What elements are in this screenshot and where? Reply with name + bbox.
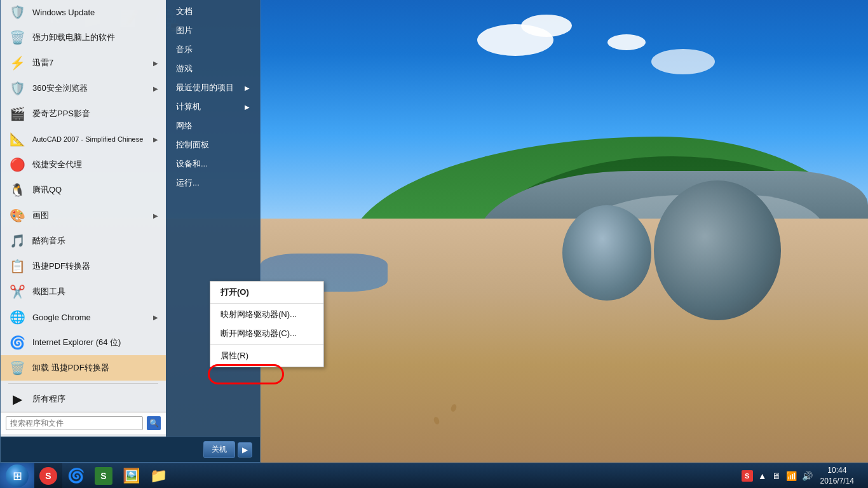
right-menu-item-network[interactable]: 网络 [166, 116, 260, 135]
menu-item-screenshot[interactable]: ✂️截图工具 [1, 279, 166, 304]
menu-label-qq: 腾讯QQ [32, 184, 62, 196]
menu-item-windows-update[interactable]: 🛡️Windows Update [1, 0, 166, 25]
menu-arrow-autocad: ▶ [153, 136, 158, 143]
taskbar-item-wps[interactable]: S [90, 463, 118, 489]
start-button[interactable]: ⊞ [0, 463, 34, 489]
cloud-3 [607, 34, 646, 50]
menu-item-pdfconvert[interactable]: 📋迅捷PDF转换器 [1, 254, 166, 279]
tray-network-icon[interactable]: 📶 [783, 471, 799, 481]
menu-item-360browser[interactable]: 🛡️360安全浏览器▶ [1, 76, 166, 101]
menu-divider [8, 383, 158, 384]
menu-item-chrome[interactable]: 🌐Google Chrome▶ [1, 304, 166, 330]
menu-item-ie[interactable]: 🌀Internet Explorer (64 位) [1, 330, 166, 355]
menu-icon-aiqiyi: 🎬 [8, 105, 26, 123]
photo-taskbar-icon: 🖼️ [123, 468, 140, 484]
start-menu: 👤 Administrator 🛡️Windows Update🗑️强力卸载电脑… [0, 0, 261, 463]
left-items-list: 🛡️Windows Update🗑️强力卸载电脑上的软件⚡迅雷7▶🛡️360安全… [1, 0, 166, 381]
taskbar-item-photo[interactable]: 🖼️ [118, 463, 145, 489]
search-button[interactable]: 🔍 [147, 416, 161, 430]
ctx-properties[interactable]: 属性(R) [210, 346, 323, 365]
menu-item-ruijie[interactable]: 🔴锐捷安全代理 [1, 152, 166, 177]
taskbar: ⊞ S 🌀 S 🖼️ 📁 S ▲ 🖥 📶 🔊 10:44 2016/7/14 [0, 463, 868, 488]
cloud-2 [521, 15, 572, 37]
tray-monitor-icon[interactable]: 🖥 [770, 471, 783, 481]
menu-icon-qq: 🐧 [8, 181, 26, 199]
ctx-separator-1 [210, 303, 323, 304]
menu-label-chrome: Google Chrome [32, 313, 91, 322]
medium-rock [562, 205, 651, 301]
right-menu-item-pictures[interactable]: 图片 [166, 21, 260, 40]
menu-item-xunlei[interactable]: ⚡迅雷7▶ [1, 50, 166, 76]
right-menu-item-games[interactable]: 游戏 [166, 59, 260, 78]
right-menu-item-devices[interactable]: 设备和... [166, 154, 260, 173]
all-programs-icon: ▶ [8, 390, 26, 408]
menu-item-kugou[interactable]: 🎵酷狗音乐 [1, 228, 166, 254]
taskbar-item-folder[interactable]: 📁 [145, 463, 172, 489]
clock-date: 2016/7/14 [820, 476, 854, 487]
menu-label-ruijie: 锐捷安全代理 [32, 159, 82, 170]
right-menu-label-devices: 设备和... [176, 158, 208, 170]
ctx-map-drive[interactable]: 映射网络驱动器(N)... [210, 305, 323, 324]
cloud-4 [651, 49, 715, 74]
wps-taskbar-icon: S [95, 467, 112, 485]
menu-icon-pdfconvert: 📋 [8, 257, 26, 275]
system-clock[interactable]: 10:44 2016/7/14 [815, 465, 859, 487]
menu-icon-ie: 🌀 [8, 334, 26, 351]
menu-icon-uninstall-pdf: 🗑️ [8, 359, 26, 377]
taskbar-item-ie[interactable]: 🌀 [62, 463, 90, 489]
right-menu-item-music[interactable]: 音乐 [166, 40, 260, 59]
search-input[interactable] [6, 416, 143, 430]
big-rock [654, 180, 781, 320]
right-menu-arrow-computer: ▶ [245, 104, 250, 111]
menu-item-uninstall-pdf[interactable]: 🗑️卸载 迅捷PDF转换器 [1, 355, 166, 381]
menu-arrow-paint: ▶ [153, 212, 158, 219]
menu-icon-uninstall-software: 🗑️ [8, 29, 26, 46]
right-menu-label-music: 音乐 [176, 44, 193, 55]
start-menu-left-panel: 🛡️Windows Update🗑️强力卸载电脑上的软件⚡迅雷7▶🛡️360安全… [1, 0, 166, 437]
ctx-open[interactable]: 打开(O) [210, 283, 323, 302]
sogou-taskbar-icon: S [39, 467, 57, 485]
tray-volume-icon[interactable]: 🔊 [799, 471, 815, 481]
right-menu-label-documents: 文档 [176, 6, 193, 17]
menu-icon-kugou: 🎵 [8, 232, 26, 250]
right-menu-item-recent[interactable]: 最近使用的项目▶ [166, 78, 260, 97]
menu-label-ie: Internet Explorer (64 位) [32, 337, 121, 348]
right-menu-item-run[interactable]: 运行... [166, 173, 260, 193]
right-menu-label-pictures: 图片 [176, 25, 193, 36]
menu-item-autocad[interactable]: 📐AutoCAD 2007 - Simplified Chinese▶ [1, 126, 166, 152]
right-menu-label-run: 运行... [176, 177, 200, 189]
shutdown-button[interactable]: 关机 [203, 441, 235, 458]
menu-icon-screenshot: ✂️ [8, 283, 26, 301]
right-menu-item-documents[interactable]: 文档 [166, 2, 260, 21]
right-menu-item-computer[interactable]: 计算机▶ [166, 97, 260, 116]
tray-red-s[interactable]: S [739, 470, 756, 482]
right-menu-arrow-recent: ▶ [245, 85, 250, 92]
menu-label-xunlei: 迅雷7 [32, 57, 53, 69]
windows-orb: ⊞ [6, 464, 29, 487]
start-menu-footer: 关机 ▶ [1, 437, 260, 462]
tray-security-icon: S [742, 470, 753, 482]
tray-show-hidden[interactable]: ▲ [756, 471, 770, 481]
start-search-bar: 🔍 [1, 412, 166, 434]
menu-icon-xunlei: ⚡ [8, 54, 26, 72]
menu-item-aiqiyi[interactable]: 🎬爱奇艺PPS影音 [1, 101, 166, 126]
ctx-disconnect-drive[interactable]: 断开网络驱动器(C)... [210, 324, 323, 343]
menu-item-uninstall-software[interactable]: 🗑️强力卸载电脑上的软件 [1, 25, 166, 50]
menu-label-screenshot: 截图工具 [32, 286, 65, 297]
right-menu-item-controlpanel[interactable]: 控制面板 [166, 135, 260, 154]
menu-label-kugou: 酷狗音乐 [32, 235, 65, 247]
menu-item-paint[interactable]: 🎨画图▶ [1, 203, 166, 228]
start-menu-body: 🛡️Windows Update🗑️强力卸载电脑上的软件⚡迅雷7▶🛡️360安全… [1, 0, 260, 437]
all-programs-item[interactable]: ▶ 所有程序 [1, 386, 166, 412]
clock-time: 10:44 [820, 465, 854, 476]
shutdown-arrow-button[interactable]: ▶ [238, 442, 252, 458]
folder-taskbar-icon: 📁 [150, 468, 167, 484]
menu-label-360browser: 360安全浏览器 [32, 83, 88, 94]
menu-icon-360browser: 🛡️ [8, 79, 26, 97]
ie-taskbar-icon: 🌀 [67, 468, 85, 484]
taskbar-item-sogou[interactable]: S [34, 463, 62, 489]
network-context-menu: 打开(O) 映射网络驱动器(N)... 断开网络驱动器(C)... 属性(R) [210, 281, 324, 367]
menu-arrow-360browser: ▶ [153, 85, 158, 92]
menu-item-qq[interactable]: 🐧腾讯QQ [1, 177, 166, 203]
menu-label-aiqiyi: 爱奇艺PPS影音 [32, 108, 90, 119]
